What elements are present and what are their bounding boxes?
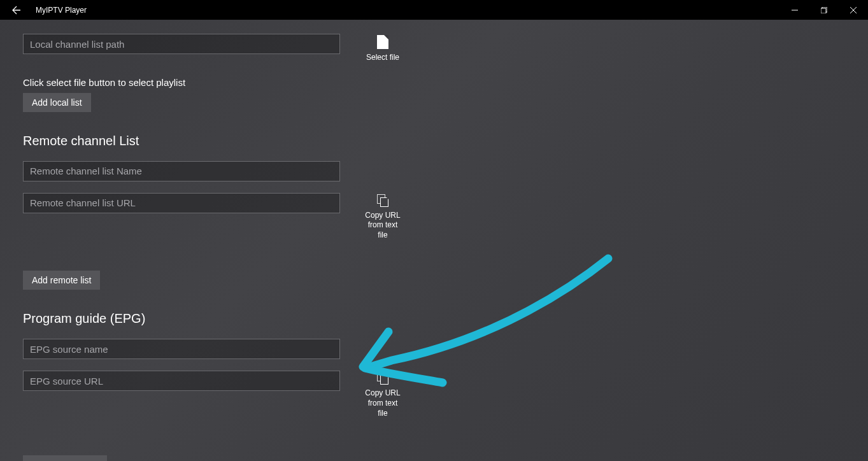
epg-copy-url-label: Copy URL from text file	[365, 388, 400, 418]
close-icon	[850, 7, 857, 13]
select-file-button[interactable]: Select file	[360, 34, 405, 63]
copy-label-line: from text	[368, 220, 398, 229]
copy-label-line: Copy URL	[365, 211, 400, 220]
copy-label-line: from text	[368, 399, 398, 408]
local-helper-text: Click select file button to select playl…	[23, 77, 845, 88]
local-path-row: Select file	[23, 34, 845, 63]
titlebar-left: MyIPTV Player	[0, 0, 87, 20]
minimize-button[interactable]	[780, 0, 809, 20]
remote-copy-url-button[interactable]: Copy URL from text file	[360, 193, 405, 241]
local-channel-list-path-input[interactable]	[23, 34, 340, 54]
window-controls	[780, 0, 868, 20]
epg-copy-url-button[interactable]: Copy URL from text file	[360, 371, 405, 418]
add-remote-list-button[interactable]: Add remote list	[23, 271, 100, 290]
remote-url-row: Copy URL from text file	[23, 193, 845, 241]
file-icon	[377, 35, 388, 49]
remote-heading: Remote channel List	[23, 134, 845, 148]
epg-source-url-input[interactable]	[23, 371, 340, 391]
remote-name-row	[23, 161, 845, 181]
arrow-left-icon	[11, 5, 22, 15]
maximize-button[interactable]	[809, 0, 839, 20]
add-epg-source-button[interactable]: Add EPG source	[23, 455, 107, 461]
add-local-list-button[interactable]: Add local list	[23, 93, 91, 112]
back-button[interactable]	[6, 0, 27, 20]
epg-source-name-input[interactable]	[23, 339, 340, 359]
copy-icon	[377, 194, 388, 207]
epg-url-row: Copy URL from text file	[23, 371, 845, 418]
remote-channel-list-url-input[interactable]	[23, 193, 340, 213]
app-title: MyIPTV Player	[36, 6, 87, 15]
select-file-label: Select file	[366, 53, 399, 63]
close-button[interactable]	[839, 0, 868, 20]
remote-channel-list-name-input[interactable]	[23, 161, 340, 181]
epg-heading: Program guide (EPG)	[23, 311, 845, 326]
titlebar: MyIPTV Player	[0, 0, 868, 20]
svg-rect-0	[821, 8, 826, 13]
remote-copy-url-label: Copy URL from text file	[365, 211, 400, 241]
epg-name-row	[23, 339, 845, 359]
copy-label-line: file	[378, 409, 387, 418]
copy-label-line: Copy URL	[365, 388, 400, 397]
minimize-icon	[792, 7, 798, 13]
copy-label-line: file	[378, 230, 387, 239]
content: Select file Click select file button to …	[0, 20, 868, 461]
maximize-icon	[821, 7, 827, 13]
copy-icon	[377, 372, 388, 385]
